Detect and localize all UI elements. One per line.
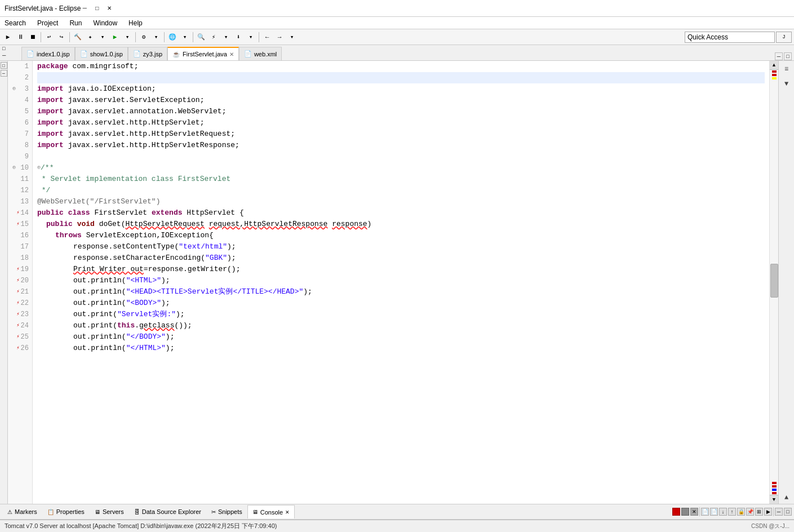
tab-firstservlet-java[interactable]: ☕ FirstServlet.java ✕: [167, 47, 239, 60]
menu-project[interactable]: Project: [35, 18, 60, 28]
left-panel-btn-2[interactable]: ─: [1, 70, 7, 77]
quick-access-box[interactable]: Quick Access: [685, 32, 775, 43]
status-text: Tomcat v7.0 Server at localhost [Apache …: [5, 522, 277, 530]
toolbar-btn-perspective1[interactable]: J: [776, 32, 792, 43]
tab-show1-jsp[interactable]: 📄 show1.0.jsp: [75, 47, 128, 60]
bottom-tab-snippets[interactable]: ✂ Snippets: [206, 505, 247, 518]
panel-min-1[interactable]: □: [2, 46, 19, 51]
toolbar-dropdown-4[interactable]: ▾: [220, 32, 232, 43]
code-line-16: throws ServletException,IOException{: [37, 230, 765, 241]
toolbar-btn-9[interactable]: 🌐: [167, 32, 178, 43]
console-btn-2[interactable]: 📄: [710, 508, 718, 516]
toolbar-btn-8[interactable]: ⚙: [138, 32, 149, 43]
toolbar-btn-forward[interactable]: →: [274, 32, 285, 43]
tab-web-xml[interactable]: 📄 web.xml: [239, 47, 282, 60]
code-line-22: out.println("<BODY>");: [37, 298, 765, 309]
disconnect-btn[interactable]: [681, 508, 689, 516]
close-button[interactable]: ✕: [105, 5, 113, 12]
menu-help[interactable]: Help: [126, 18, 145, 28]
scroll-up-btn[interactable]: ▲: [770, 61, 778, 70]
console-btn-8[interactable]: ▶: [764, 508, 772, 516]
code-line-20: out.println("<HTML>");: [37, 275, 765, 286]
toolbar-dropdown-2[interactable]: ▾: [150, 32, 162, 43]
line-num-4: 4: [11, 95, 29, 106]
code-line-13: @WebServlet("/FirstServlet"): [37, 196, 765, 207]
left-panel-btn-1[interactable]: □: [1, 62, 7, 69]
console-tab-close[interactable]: ✕: [285, 509, 290, 515]
scroll-track[interactable]: [770, 80, 778, 264]
toolbar-btn-3[interactable]: ⏹: [27, 32, 38, 43]
tab-label-3: zy3.jsp: [143, 51, 162, 57]
panel-min-2[interactable]: ─: [2, 52, 19, 58]
console-btn-1[interactable]: 📄: [701, 508, 709, 516]
stop-btn[interactable]: [672, 508, 680, 516]
console-btn-6[interactable]: 📌: [746, 508, 754, 516]
bottom-tab-datasource[interactable]: 🗄 Data Source Explorer: [129, 505, 206, 518]
toolbar-dropdown-3[interactable]: ▾: [179, 32, 190, 43]
scroll-track-bottom[interactable]: [770, 298, 778, 481]
toolbar-dropdown-6[interactable]: ▾: [286, 32, 298, 43]
line-num-5: 5: [11, 106, 29, 117]
tab-panel-minimize[interactable]: ─: [775, 52, 783, 60]
toolbar-btn-6[interactable]: 🔨: [72, 32, 83, 43]
line-num-26: ⚡ 26: [11, 343, 29, 354]
code-lines[interactable]: package com.mingrisoft; import java.io.I…: [33, 61, 769, 504]
toolbar-btn-2[interactable]: ⏸: [15, 32, 26, 43]
tab-panel-maximize[interactable]: □: [784, 52, 792, 60]
line-numbers: 1 2 ⊕ 3 4 5 6 7 8 9 ⊕ 10 11: [8, 61, 33, 504]
tab-index1-jsp[interactable]: 📄 index1.0.jsp: [21, 47, 75, 60]
bottom-tab-servers[interactable]: 🖥 Servers: [90, 505, 129, 518]
bottom-tab-properties[interactable]: 📋 Properties: [42, 505, 90, 518]
maximize-button[interactable]: □: [93, 5, 101, 12]
console-btn-9[interactable]: ─: [775, 508, 783, 516]
tab-label-4: FirstServlet.java: [183, 51, 227, 57]
far-right-btn-3[interactable]: ▲: [780, 491, 793, 504]
tab-icon-5: 📄: [244, 50, 252, 57]
code-editor[interactable]: 1 2 ⊕ 3 4 5 6 7 8 9 ⊕ 10 11: [8, 61, 778, 504]
code-line-7: import javax.servlet.http.HttpServletReq…: [37, 128, 765, 140]
line-num-1: 1: [11, 61, 29, 72]
toolbar-sep-6: [259, 32, 259, 42]
toolbar-btn-back[interactable]: ←: [261, 32, 273, 43]
code-line-17: response.setContentType("text/html");: [37, 241, 765, 252]
far-right-btn-1[interactable]: ≡: [780, 63, 793, 76]
toolbar-btn-10[interactable]: 🔍: [196, 32, 207, 43]
toolbar-dropdown-5[interactable]: ▾: [245, 32, 256, 43]
console-btn-10[interactable]: □: [784, 508, 792, 516]
toolbar-btn-5[interactable]: ↪: [56, 32, 67, 43]
line-num-7: 7: [11, 128, 29, 140]
toolbar-dropdown-1[interactable]: ▾: [97, 32, 108, 43]
toolbar-btn-11[interactable]: ⚡: [208, 32, 219, 43]
console-btn-3[interactable]: ↓: [719, 508, 727, 516]
code-line-14: public class FirstServlet extends HttpSe…: [37, 207, 765, 219]
bottom-tab-markers[interactable]: ⚠ Markers: [2, 505, 42, 518]
toolbar-btn-7[interactable]: ✦: [85, 32, 96, 43]
menu-window[interactable]: Window: [91, 18, 119, 28]
servers-icon: 🖥: [95, 509, 100, 515]
tab-zy3-jsp[interactable]: 📄 zy3.jsp: [128, 47, 167, 60]
menu-run[interactable]: Run: [67, 18, 84, 28]
scroll-down-btn[interactable]: ▼: [770, 495, 778, 504]
bottom-tab-console[interactable]: 🖥 Console ✕: [247, 505, 295, 518]
console-btn-7[interactable]: ⊞: [755, 508, 763, 516]
toolbar-dropdown-run[interactable]: ▾: [122, 32, 133, 43]
error-marker-3: [772, 482, 777, 484]
code-line-2: [37, 72, 765, 83]
console-btn-5[interactable]: 🔒: [737, 508, 745, 516]
console-btn-4[interactable]: ↑: [728, 508, 736, 516]
toolbar-sep-1: [41, 32, 41, 42]
toolbar-btn-1[interactable]: ▶: [2, 32, 14, 43]
tab-label-1: index1.0.jsp: [37, 51, 70, 57]
menu-search[interactable]: Search: [2, 18, 28, 28]
clear-btn[interactable]: ✕: [690, 508, 698, 516]
scroll-thumb[interactable]: [770, 264, 778, 298]
tab-close-4[interactable]: ✕: [229, 51, 234, 57]
toolbar-btn-12[interactable]: ⬇: [233, 32, 244, 43]
vertical-scrollbar[interactable]: ▲ ▼: [769, 61, 778, 504]
minimize-button[interactable]: ─: [81, 5, 88, 12]
line-num-15: ⚡ 15: [11, 219, 29, 230]
toolbar-btn-4[interactable]: ↩: [43, 32, 55, 43]
far-right-btn-2[interactable]: ▼: [780, 78, 793, 90]
sep: [699, 507, 700, 516]
toolbar-btn-run[interactable]: ▶: [109, 32, 121, 43]
